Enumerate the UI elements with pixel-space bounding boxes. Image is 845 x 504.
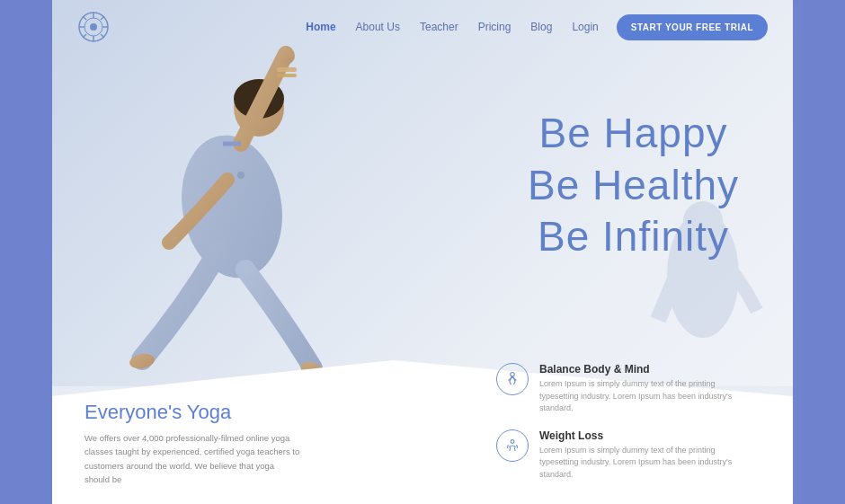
nav-pricing[interactable]: Pricing [478, 21, 511, 33]
feature-desc-1: Lorem Ipsum is simply dummy text of the … [539, 378, 739, 415]
svg-line-18 [83, 16, 86, 20]
svg-rect-7 [277, 74, 297, 77]
bottom-section: Everyone's Yoga We offers over 4,000 pro… [52, 360, 793, 504]
bottom-body-text: We offers over 4,000 professionally-film… [84, 431, 300, 486]
navbar: Home About Us Teacher Pricing Blog Login… [52, 0, 793, 54]
feature-item-1: Balance Body & Mind Lorem Ipsum is simpl… [496, 363, 739, 415]
cta-button[interactable]: START YOUR FREE TRIAL [617, 14, 768, 40]
feature-title-2: Weight Loss [539, 429, 739, 442]
svg-rect-6 [277, 67, 297, 72]
logo[interactable] [77, 11, 110, 43]
feature-icon-1 [496, 363, 529, 395]
svg-line-19 [101, 34, 104, 38]
bottom-left-content: Everyone's Yoga We offers over 4,000 pro… [84, 401, 300, 486]
nav-about[interactable]: About Us [356, 21, 400, 33]
svg-line-21 [83, 34, 86, 38]
hero-line-1: Be Happy [528, 108, 739, 160]
feature-item-2: Weight Loss Lorem Ipsum is simply dummy … [496, 429, 739, 482]
svg-point-0 [171, 128, 293, 287]
nav-links: Home About Us Teacher Pricing Blog Login [306, 21, 599, 33]
feature-text-1: Balance Body & Mind Lorem Ipsum is simpl… [539, 363, 739, 415]
hero-image [52, 18, 502, 386]
hero-line-3: Be Infinity [528, 211, 739, 263]
nav-blog[interactable]: Blog [530, 21, 552, 33]
nav-login[interactable]: Login [572, 21, 598, 33]
hero-text-block: Be Happy Be Healthy Be Infinity [528, 108, 739, 263]
features-list: Balance Body & Mind Lorem Ipsum is simpl… [496, 363, 739, 495]
main-card: Home About Us Teacher Pricing Blog Login… [52, 0, 793, 504]
side-panel-left [0, 0, 52, 504]
svg-point-23 [511, 439, 514, 443]
nav-home[interactable]: Home [306, 21, 335, 33]
feature-text-2: Weight Loss Lorem Ipsum is simply dummy … [539, 429, 739, 482]
feature-icon-2 [496, 429, 529, 462]
feature-desc-2: Lorem Ipsum is simply dummy text of the … [539, 445, 739, 482]
svg-line-20 [101, 16, 104, 20]
svg-point-13 [90, 23, 97, 31]
bottom-heading: Everyone's Yoga [84, 401, 300, 424]
nav-teacher[interactable]: Teacher [420, 21, 458, 33]
svg-point-8 [237, 172, 245, 179]
hero-line-2: Be Healthy [528, 160, 739, 212]
feature-title-1: Balance Body & Mind [539, 363, 739, 376]
side-panel-right [793, 0, 845, 504]
